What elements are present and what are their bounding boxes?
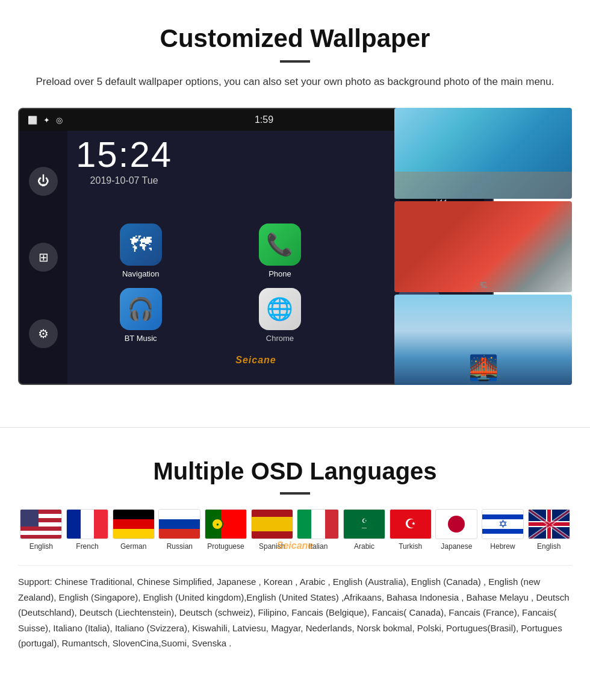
wallpaper-title: Customized Wallpaper (18, 24, 572, 53)
flag-it (297, 509, 339, 539)
flag-us (20, 509, 62, 539)
app-phone[interactable]: 📞 Phone (215, 223, 344, 278)
languages-title-divider (280, 492, 310, 495)
flag-sa: ☪— (343, 509, 385, 539)
chrome-icon: 🌐 (259, 288, 301, 330)
grid-button[interactable]: ⊞ (29, 243, 58, 272)
home-icon: ⬜ (28, 116, 37, 125)
section-divider-line (0, 427, 590, 428)
location-icon: ◎ (56, 116, 63, 125)
wallpaper-thumbnails: 🏗 (394, 108, 572, 385)
app-nav-label: Navigation (122, 269, 159, 278)
screen-watermark: Seicane (235, 355, 276, 366)
app-bt-music[interactable]: 🎧 BT Music (76, 288, 205, 343)
flag-es (251, 509, 293, 539)
flag-de (113, 509, 155, 539)
clock-date: 2019-10-07 Tue (76, 175, 172, 186)
flags-watermark: Seicane (18, 540, 572, 551)
status-time: 1:59 (255, 114, 273, 125)
clock-time: 15:24 (76, 137, 172, 173)
flag-ru (158, 509, 200, 539)
app-bt-label: BT Music (125, 334, 157, 343)
wallpaper-description: Preload over 5 default wallpaper options… (24, 73, 566, 90)
jp-sun (448, 516, 465, 533)
flag-fr (66, 509, 108, 539)
wallpaper-section: Customized Wallpaper Preload over 5 defa… (0, 0, 590, 409)
clock-display: 15:24 2019-10-07 Tue (76, 137, 172, 186)
nav-icon: 🗺 (120, 223, 162, 266)
wallpaper-thumb-bridge (394, 295, 572, 386)
app-chrome-label: Chrome (266, 334, 294, 343)
wallpaper-thumb-building: 🏗 (394, 201, 572, 292)
crescent-star: ☪ (405, 516, 417, 532)
screenshot-composite: ⬜ ✦ ◎ 1:59 ▭ ↩ ⏻ ⊞ ⚙ (18, 108, 572, 391)
languages-title: Multiple OSD Languages (18, 458, 572, 485)
flag-pt: ● (205, 509, 247, 539)
flag-tr: ☪ (390, 509, 432, 539)
flag-jp (435, 509, 477, 539)
support-languages-text: Support: Chinese Traditional, Chinese Si… (18, 565, 572, 651)
wallpaper-thumb-ice (394, 108, 572, 199)
bt-icon: 🎧 (120, 288, 162, 330)
flag-il: ✡ (482, 509, 524, 539)
screen-sidebar: ⏻ ⊞ ⚙ (19, 131, 67, 384)
app-chrome[interactable]: 🌐 Chrome (215, 288, 344, 343)
status-left: ⬜ ✦ ◎ (28, 116, 63, 125)
power-button[interactable]: ⏻ (29, 167, 58, 196)
languages-section: Multiple OSD Languages English (0, 446, 590, 669)
phone-icon: 📞 (259, 223, 301, 266)
settings-button[interactable]: ⚙ (29, 319, 58, 348)
brightness-icon: ✦ (43, 116, 50, 125)
flag-gb (528, 509, 570, 539)
app-navigation[interactable]: 🗺 Navigation (76, 223, 205, 278)
title-divider (280, 60, 310, 63)
app-phone-label: Phone (269, 269, 291, 278)
